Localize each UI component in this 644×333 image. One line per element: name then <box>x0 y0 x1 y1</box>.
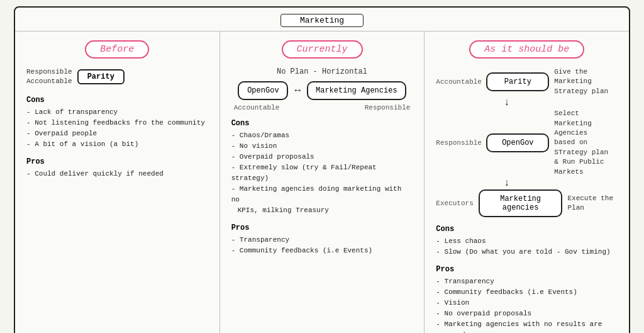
currently-cons-item-5: - Marketing agencies doing marketing wit… <box>231 184 413 205</box>
currently-cons-item-1: - Chaos/Dramas <box>231 130 413 141</box>
before-title: Before <box>85 40 149 59</box>
vflow-opengov-right: Select Marketing Agenciesbased on STrate… <box>554 109 618 177</box>
column-before: Before ResponsibleAccountable Parity Con… <box>15 31 220 333</box>
as-should-be-pros-block: Pros - Transparency - Community feedback… <box>436 265 618 333</box>
main-title: Marketing <box>280 14 364 27</box>
currently-cons-item-4: - Extremely slow (try & Fail/Repeat stra… <box>231 162 413 184</box>
as-should-be-title: As it should be <box>469 40 584 59</box>
flow-labels: Accountable Responsible <box>231 104 413 111</box>
flow-label-responsible: Responsible <box>365 104 411 111</box>
currently-header: Currently <box>231 40 413 59</box>
before-responsible-row: ResponsibleAccountable Parity <box>26 67 208 87</box>
currently-cons-title: Cons <box>231 119 413 128</box>
vflow-arrow-2: ↓ <box>504 178 510 188</box>
opengov-box: OpenGov <box>238 81 288 100</box>
before-pros-block: Pros - Could deliver quickly if needed <box>26 157 208 179</box>
currently-pros-block: Pros - Transparency - Community feedback… <box>231 223 413 256</box>
currently-cons-block: Cons - Chaos/Dramas - No vision - Overpa… <box>231 119 413 216</box>
vflow-accountable-label: Accountable <box>436 78 481 86</box>
before-cons-item-4: - A bit of a vision (a bit) <box>26 139 208 150</box>
before-cons-item-2: - Not listening feedbacks fro the commun… <box>26 118 208 128</box>
vflow-marketing-box: Marketing agencies <box>479 189 563 217</box>
flow-label-accountable: Accountable <box>234 104 280 111</box>
vflow-opengov-box: OpenGov <box>486 133 549 152</box>
before-responsible-label: ResponsibleAccountable <box>26 67 72 87</box>
as-should-be-pros-item-4: - No overpaid proposals <box>436 308 618 319</box>
currently-cons-item-2: - No vision <box>231 141 413 152</box>
before-cons-item-1: - Lack of transparency <box>26 107 208 118</box>
currently-cons-item-3: - Overpaid proposals <box>231 152 413 162</box>
column-currently: Currently No Plan - Horizontal OpenGov ↔… <box>220 31 425 333</box>
columns: Before ResponsibleAccountable Parity Con… <box>15 31 629 333</box>
currently-pros-title: Pros <box>231 223 413 232</box>
vflow-row-marketing-agencies: Executors Marketing agencies Execute the… <box>436 189 618 217</box>
before-pros-item-1: - Could deliver quickly if needed <box>26 169 208 179</box>
vflow-parity-box: Parity <box>486 72 549 91</box>
vflow-parity-right: Give the Marketing Strategy plan <box>554 67 618 96</box>
no-plan-label: No Plan - Horizontal <box>231 67 413 76</box>
marketing-agencies-box: Marketing Agencies <box>307 81 406 100</box>
as-should-be-cons-block: Cons - Less chaos - Slow (Do what you ar… <box>436 225 618 257</box>
as-should-be-pros-item-2: - Community feedbacks (i.e Events) <box>436 287 618 298</box>
as-should-be-cons-item-2: - Slow (Do what you are told - Gov timin… <box>436 247 618 257</box>
currently-pros-item-2: - Community feedbacks (i.e Events) <box>231 246 413 256</box>
vflow-arrow-1: ↓ <box>504 98 510 108</box>
as-should-be-header: As it should be <box>436 40 618 59</box>
as-should-be-pros-title: Pros <box>436 265 618 274</box>
before-parity-box: Parity <box>77 69 125 84</box>
before-header: Before <box>26 40 208 59</box>
vertical-flow: Accountable Parity Give the Marketing St… <box>436 67 618 218</box>
column-as-should-be: As it should be Accountable Parity Give … <box>425 31 629 333</box>
as-should-be-pros-item-1: - Transparency <box>436 276 618 287</box>
flow-diagram: OpenGov ↔ Marketing Agencies <box>231 81 413 100</box>
top-title-bar: Marketing <box>15 8 629 31</box>
currently-cons-item-5b: KPIs, milking Treasury <box>231 205 413 216</box>
as-should-be-cons-item-1: - Less chaos <box>436 236 618 247</box>
before-cons-block: Cons - Lack of transparency - Not listen… <box>26 96 208 150</box>
before-pros-title: Pros <box>26 157 208 166</box>
vflow-row-opengov: Responsible OpenGov Select Marketing Age… <box>436 109 618 177</box>
vflow-row-parity: Accountable Parity Give the Marketing St… <box>436 67 618 96</box>
currently-pros-item-1: - Transparency <box>231 235 413 246</box>
currently-title: Currently <box>282 40 363 59</box>
before-cons-title: Cons <box>26 96 208 104</box>
before-cons-item-3: - Overpaid people <box>26 128 208 139</box>
as-should-be-pros-item-3: - Vision <box>436 298 618 308</box>
vflow-responsible-label: Responsible <box>436 139 481 147</box>
vflow-marketing-right: Execute the Plan <box>567 194 618 213</box>
as-should-be-pros-item-5: - Marketing agencies with no results are… <box>436 319 618 333</box>
vflow-executors-label: Executors <box>436 200 473 207</box>
main-container: Marketing Before ResponsibleAccountable … <box>14 6 630 333</box>
as-should-be-cons-title: Cons <box>436 225 618 234</box>
bidirectional-arrow: ↔ <box>294 85 301 96</box>
